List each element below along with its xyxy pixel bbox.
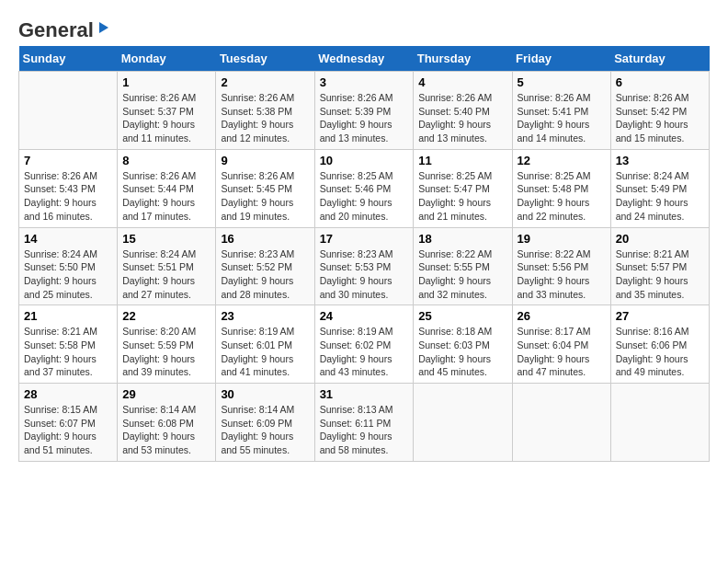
day-number: 7: [24, 154, 112, 167]
day-number: 2: [221, 75, 309, 89]
day-info: Sunrise: 8:21 AMSunset: 5:58 PMDaylight:…: [24, 325, 112, 379]
day-number: 12: [518, 154, 606, 167]
header-sunday: Sunday: [19, 46, 118, 72]
day-number: 23: [221, 309, 309, 323]
day-number: 24: [320, 309, 409, 323]
calendar-cell: 31Sunrise: 8:13 AMSunset: 6:11 PMDayligh…: [314, 384, 414, 462]
day-number: 3: [320, 75, 409, 89]
day-number: 26: [518, 309, 606, 323]
day-number: 30: [221, 387, 309, 401]
day-number: 31: [320, 387, 409, 401]
calendar-week-row: 28Sunrise: 8:15 AMSunset: 6:07 PMDayligh…: [19, 384, 710, 462]
day-number: 25: [418, 309, 506, 323]
day-info: Sunrise: 8:24 AMSunset: 5:49 PMDaylight:…: [616, 169, 704, 224]
calendar-week-row: 21Sunrise: 8:21 AMSunset: 5:58 PMDayligh…: [19, 305, 710, 384]
calendar-cell: 4Sunrise: 8:26 AMSunset: 5:40 PMDaylight…: [414, 72, 512, 150]
calendar-week-row: 7Sunrise: 8:26 AMSunset: 5:43 PMDaylight…: [19, 149, 710, 227]
calendar-cell: 20Sunrise: 8:21 AMSunset: 5:57 PMDayligh…: [610, 227, 709, 305]
day-info: Sunrise: 8:14 AMSunset: 6:08 PMDaylight:…: [122, 403, 210, 457]
day-number: 15: [122, 232, 210, 246]
day-info: Sunrise: 8:26 AMSunset: 5:38 PMDaylight:…: [221, 91, 309, 145]
day-info: Sunrise: 8:26 AMSunset: 5:43 PMDaylight:…: [24, 169, 112, 224]
day-info: Sunrise: 8:23 AMSunset: 5:52 PMDaylight:…: [221, 247, 309, 302]
calendar-cell: 5Sunrise: 8:26 AMSunset: 5:41 PMDaylight…: [512, 72, 610, 150]
day-number: 17: [320, 232, 409, 246]
day-number: 4: [418, 75, 506, 89]
calendar-cell: 9Sunrise: 8:26 AMSunset: 5:45 PMDaylight…: [216, 149, 314, 227]
calendar-cell: 17Sunrise: 8:23 AMSunset: 5:53 PMDayligh…: [314, 227, 414, 305]
calendar-cell: [414, 384, 512, 462]
day-number: 28: [24, 387, 112, 401]
header-tuesday: Tuesday: [216, 46, 314, 72]
calendar-cell: 13Sunrise: 8:24 AMSunset: 5:49 PMDayligh…: [610, 149, 709, 227]
day-info: Sunrise: 8:24 AMSunset: 5:51 PMDaylight:…: [122, 247, 210, 302]
day-info: Sunrise: 8:14 AMSunset: 6:09 PMDaylight:…: [221, 403, 309, 457]
day-info: Sunrise: 8:24 AMSunset: 5:50 PMDaylight:…: [24, 247, 112, 302]
calendar-cell: 1Sunrise: 8:26 AMSunset: 5:37 PMDaylight…: [118, 72, 216, 150]
day-number: 20: [616, 232, 704, 246]
day-number: 6: [616, 75, 704, 89]
day-info: Sunrise: 8:26 AMSunset: 5:39 PMDaylight:…: [320, 91, 409, 145]
calendar-cell: 7Sunrise: 8:26 AMSunset: 5:43 PMDaylight…: [19, 149, 118, 227]
header-wednesday: Wednesday: [314, 46, 414, 72]
day-info: Sunrise: 8:26 AMSunset: 5:41 PMDaylight:…: [518, 91, 606, 145]
day-info: Sunrise: 8:19 AMSunset: 6:01 PMDaylight:…: [221, 325, 309, 379]
day-number: 14: [24, 232, 112, 246]
day-number: 27: [616, 309, 704, 323]
header-friday: Friday: [512, 46, 610, 72]
day-info: Sunrise: 8:20 AMSunset: 5:59 PMDaylight:…: [122, 325, 210, 379]
header-thursday: Thursday: [414, 46, 512, 72]
day-number: 10: [320, 154, 409, 167]
day-info: Sunrise: 8:21 AMSunset: 5:57 PMDaylight:…: [616, 247, 704, 302]
calendar-cell: 15Sunrise: 8:24 AMSunset: 5:51 PMDayligh…: [118, 227, 216, 305]
calendar-cell: 25Sunrise: 8:18 AMSunset: 6:03 PMDayligh…: [414, 305, 512, 384]
day-info: Sunrise: 8:26 AMSunset: 5:45 PMDaylight:…: [221, 169, 309, 224]
calendar-cell: 10Sunrise: 8:25 AMSunset: 5:46 PMDayligh…: [314, 149, 414, 227]
calendar-cell: 2Sunrise: 8:26 AMSunset: 5:38 PMDaylight…: [216, 72, 314, 150]
day-number: 8: [122, 154, 210, 167]
calendar-cell: 19Sunrise: 8:22 AMSunset: 5:56 PMDayligh…: [512, 227, 610, 305]
day-number: 11: [418, 154, 506, 167]
day-info: Sunrise: 8:17 AMSunset: 6:04 PMDaylight:…: [518, 325, 606, 379]
logo-arrow-icon: [96, 20, 110, 39]
calendar-cell: 27Sunrise: 8:16 AMSunset: 6:06 PMDayligh…: [610, 305, 709, 384]
day-info: Sunrise: 8:25 AMSunset: 5:46 PMDaylight:…: [320, 169, 409, 224]
day-info: Sunrise: 8:26 AMSunset: 5:40 PMDaylight:…: [418, 91, 506, 145]
day-number: 5: [518, 75, 606, 89]
svg-marker-0: [99, 22, 108, 33]
calendar-cell: 6Sunrise: 8:26 AMSunset: 5:42 PMDaylight…: [610, 72, 709, 150]
calendar-table: SundayMondayTuesdayWednesdayThursdayFrid…: [18, 46, 710, 462]
day-info: Sunrise: 8:23 AMSunset: 5:53 PMDaylight:…: [320, 247, 409, 302]
calendar-cell: 16Sunrise: 8:23 AMSunset: 5:52 PMDayligh…: [216, 227, 314, 305]
calendar-cell: 12Sunrise: 8:25 AMSunset: 5:48 PMDayligh…: [512, 149, 610, 227]
day-info: Sunrise: 8:26 AMSunset: 5:42 PMDaylight:…: [616, 91, 704, 145]
calendar-cell: 18Sunrise: 8:22 AMSunset: 5:55 PMDayligh…: [414, 227, 512, 305]
calendar-cell: [19, 72, 118, 150]
day-number: 19: [518, 232, 606, 246]
day-info: Sunrise: 8:22 AMSunset: 5:56 PMDaylight:…: [518, 247, 606, 302]
day-number: 1: [122, 75, 210, 89]
day-info: Sunrise: 8:25 AMSunset: 5:47 PMDaylight:…: [418, 169, 506, 224]
day-number: 22: [122, 309, 210, 323]
day-info: Sunrise: 8:19 AMSunset: 6:02 PMDaylight:…: [320, 325, 409, 379]
calendar-cell: 8Sunrise: 8:26 AMSunset: 5:44 PMDaylight…: [118, 149, 216, 227]
calendar-cell: [610, 384, 709, 462]
calendar-cell: 14Sunrise: 8:24 AMSunset: 5:50 PMDayligh…: [19, 227, 118, 305]
calendar-cell: 30Sunrise: 8:14 AMSunset: 6:09 PMDayligh…: [216, 384, 314, 462]
calendar-cell: [512, 384, 610, 462]
day-info: Sunrise: 8:26 AMSunset: 5:37 PMDaylight:…: [122, 91, 210, 145]
day-info: Sunrise: 8:22 AMSunset: 5:55 PMDaylight:…: [418, 247, 506, 302]
calendar-cell: 21Sunrise: 8:21 AMSunset: 5:58 PMDayligh…: [19, 305, 118, 384]
logo: General: [18, 18, 110, 37]
calendar-cell: 3Sunrise: 8:26 AMSunset: 5:39 PMDaylight…: [314, 72, 414, 150]
day-info: Sunrise: 8:25 AMSunset: 5:48 PMDaylight:…: [518, 169, 606, 224]
day-info: Sunrise: 8:13 AMSunset: 6:11 PMDaylight:…: [320, 403, 409, 457]
calendar-cell: 24Sunrise: 8:19 AMSunset: 6:02 PMDayligh…: [314, 305, 414, 384]
calendar-header-row: SundayMondayTuesdayWednesdayThursdayFrid…: [19, 46, 710, 72]
calendar-cell: 28Sunrise: 8:15 AMSunset: 6:07 PMDayligh…: [19, 384, 118, 462]
calendar-cell: 11Sunrise: 8:25 AMSunset: 5:47 PMDayligh…: [414, 149, 512, 227]
day-info: Sunrise: 8:18 AMSunset: 6:03 PMDaylight:…: [418, 325, 506, 379]
calendar-week-row: 1Sunrise: 8:26 AMSunset: 5:37 PMDaylight…: [19, 72, 710, 150]
logo-general-text: General: [18, 18, 94, 42]
day-number: 16: [221, 232, 309, 246]
